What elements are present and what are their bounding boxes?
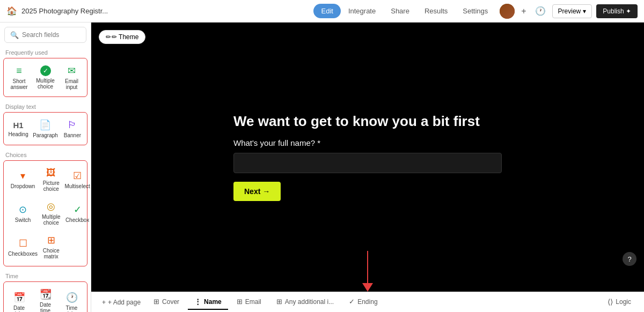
field-email-input[interactable]: ✉ Email input [60, 62, 84, 93]
field-date-time-picker[interactable]: 📆 Date time picker [33, 285, 57, 312]
search-bar[interactable]: 🔍 ✦ [4, 27, 86, 43]
field-time-picker[interactable]: 🕐 Time picker [60, 285, 84, 312]
field-label: Paragraph [33, 132, 58, 138]
field-heading[interactable]: H1 Heading [7, 116, 30, 142]
bottom-tab-ending[interactable]: ✓ Ending [342, 294, 384, 310]
sidebar: 🔍 ✦ Frequently used ≡ Short answer ✓ Mul… [0, 23, 91, 312]
switch-icon: ⊙ [19, 204, 27, 216]
canvas: ✏ ✏ Theme We want to get to know you a b… [91, 23, 644, 292]
choices-label: Choices [0, 150, 91, 160]
logic-button[interactable]: ⟨⟩ Logic [601, 294, 638, 310]
choices-border: ▾ Dropdown 🖼 Picture choice ☑ Multiselec… [3, 160, 87, 266]
search-input[interactable] [22, 31, 91, 39]
nav-right: + 🕐 Preview ▾ Publish ✦ [500, 4, 638, 19]
bottom-tab-additional[interactable]: ⊞ Any additional i... [270, 294, 340, 310]
field-label: Multiselect [65, 183, 90, 189]
field-label: Email input [61, 78, 83, 90]
help-button[interactable]: ? [623, 252, 636, 266]
plus-icon: + [102, 299, 106, 306]
time-picker-icon: 🕐 [66, 292, 78, 303]
picture-choice-icon: 🖼 [46, 167, 56, 179]
theme-icon: ✏ [106, 33, 111, 41]
field-dropdown[interactable]: ▾ Dropdown [7, 164, 39, 195]
theme-button[interactable]: ✏ ✏ Theme [99, 30, 145, 44]
field-choice-matrix[interactable]: ⊞ Choice matrix [41, 231, 61, 263]
field-date-picker[interactable]: 📅 Date picker [7, 285, 31, 312]
bottom-tab-cover[interactable]: ⊞ Cover [147, 294, 186, 310]
checkbox-icon: ✓ [74, 204, 82, 216]
choice-matrix-icon: ⊞ [47, 234, 55, 246]
field-checkbox[interactable]: ✓ Checkbox [64, 197, 91, 229]
field-label: Choice matrix [42, 248, 60, 259]
cover-icon: ⊞ [153, 298, 159, 306]
paragraph-icon: 📄 [39, 119, 51, 131]
banner-icon: 🏳 [68, 120, 77, 131]
field-label: Checkboxes [8, 251, 38, 257]
bottom-tab-name[interactable]: ⋮ Name [188, 294, 228, 310]
field-banner[interactable]: 🏳 Banner [61, 116, 84, 142]
field-label: Multiple choice [34, 78, 56, 90]
bottom-tab-email[interactable]: ⊞ Email [230, 294, 268, 310]
field-multiselect[interactable]: ☑ Multiselect [64, 164, 91, 195]
frequently-used-grid: ≡ Short answer ✓ Multiple choice ✉ Email… [6, 61, 85, 94]
content-area: ✏ ✏ Theme We want to get to know you a b… [91, 23, 644, 312]
time-label: Time [0, 271, 91, 281]
arrow-line [367, 251, 368, 283]
field-short-answer[interactable]: ≡ Short answer [7, 62, 31, 93]
arrow-head [362, 283, 373, 292]
field-label: Dropdown [11, 183, 35, 189]
chevron-down-icon: ▾ [583, 8, 586, 15]
avatar [500, 4, 515, 19]
bottom-bar: + + Add page ⊞ Cover ⋮ Name ⊞ Email ⊞ [91, 292, 644, 312]
tab-settings[interactable]: Settings [455, 4, 495, 18]
bottom-right: ⟨⟩ Logic [601, 294, 638, 310]
field-checkboxes[interactable]: ☐ Checkboxes [7, 231, 39, 263]
form-content: We want to get to know you a bit first W… [233, 113, 502, 201]
frequently-used-section: Frequently used ≡ Short answer ✓ Multipl… [0, 47, 91, 97]
frequently-used-label: Frequently used [0, 47, 91, 58]
choices-section: Choices ▾ Dropdown 🖼 Picture choice ☑ Mu… [0, 150, 91, 266]
field-multiple-choice2[interactable]: ◎ Multiple choice [41, 197, 61, 229]
name-input[interactable] [233, 153, 502, 173]
clock-button[interactable]: 🕐 [533, 4, 548, 18]
multiple-choice2-icon: ◎ [47, 200, 55, 212]
tab-edit[interactable]: Edit [313, 4, 340, 18]
email-tab-icon: ⊞ [237, 298, 243, 306]
name-tab-icon: ⋮ [194, 298, 201, 306]
top-nav: 🏠 2025 Photography Registr... Edit Integ… [0, 0, 644, 23]
multiselect-icon: ☑ [73, 170, 82, 182]
preview-button[interactable]: Preview ▾ [552, 4, 592, 18]
dropdown-icon: ▾ [20, 170, 25, 182]
field-switch[interactable]: ⊙ Switch [7, 197, 39, 229]
publish-button[interactable]: Publish ✦ [596, 4, 638, 18]
logic-icon: ⟨⟩ [608, 298, 613, 306]
main-area: 🔍 ✦ Frequently used ≡ Short answer ✓ Mul… [0, 23, 644, 312]
form-heading: We want to get to know you a bit first [233, 113, 502, 130]
arrow-indicator [362, 251, 373, 292]
heading-icon: H1 [13, 121, 23, 130]
time-border: 📅 Date picker 📆 Date time picker 🕐 Time … [3, 281, 87, 312]
short-answer-icon: ≡ [16, 65, 22, 77]
tab-integrate[interactable]: Integrate [341, 4, 383, 18]
multiple-choice-icon: ✓ [40, 65, 51, 76]
field-label: Date time picker [34, 302, 56, 312]
tab-share[interactable]: Share [383, 4, 417, 18]
date-time-picker-icon: 📆 [40, 288, 52, 300]
field-picture-choice[interactable]: 🖼 Picture choice [41, 164, 61, 195]
bottom-left: + + Add page ⊞ Cover ⋮ Name ⊞ Email ⊞ [98, 294, 601, 310]
field-multiple-choice[interactable]: ✓ Multiple choice [33, 62, 57, 93]
field-paragraph[interactable]: 📄 Paragraph [32, 116, 59, 142]
field-label: Banner [64, 132, 81, 138]
frequently-used-border: ≡ Short answer ✓ Multiple choice ✉ Email… [3, 58, 87, 97]
add-button[interactable]: + [519, 4, 528, 18]
choices-grid: ▾ Dropdown 🖼 Picture choice ☑ Multiselec… [6, 163, 85, 264]
add-page-button[interactable]: + + Add page [98, 296, 145, 308]
checkboxes-icon: ☐ [19, 237, 27, 249]
nav-tabs: Edit Integrate Share Results Settings [313, 4, 495, 18]
next-button[interactable]: Next → [233, 182, 281, 201]
date-picker-icon: 📅 [13, 292, 25, 303]
nav-left: 🏠 2025 Photography Registr... [6, 6, 309, 16]
home-icon[interactable]: 🏠 [6, 6, 17, 16]
tab-results[interactable]: Results [417, 4, 455, 18]
field-label: Multiple choice [42, 214, 60, 226]
